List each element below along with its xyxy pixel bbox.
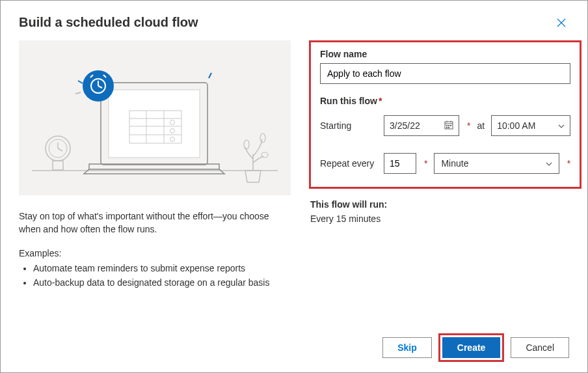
svg-point-25 bbox=[244, 140, 249, 149]
illustration bbox=[19, 40, 291, 195]
starting-label: Starting bbox=[320, 120, 377, 131]
create-highlight: Create bbox=[438, 333, 505, 362]
svg-line-18 bbox=[75, 92, 81, 94]
svg-line-17 bbox=[78, 81, 83, 83]
svg-point-27 bbox=[261, 152, 268, 158]
skip-button[interactable]: Skip bbox=[382, 337, 432, 358]
repeat-every-label: Repeat every bbox=[320, 158, 377, 169]
calendar-icon bbox=[444, 120, 453, 131]
list-item: Automate team reminders to submit expens… bbox=[33, 261, 291, 275]
dialog-description: Stay on top of what's important without … bbox=[19, 210, 291, 236]
svg-rect-35 bbox=[446, 127, 448, 128]
svg-point-26 bbox=[260, 133, 265, 143]
dialog-title: Build a scheduled cloud flow bbox=[19, 15, 198, 30]
list-item: Auto-backup data to designated storage o… bbox=[33, 275, 291, 290]
repeat-value-input[interactable] bbox=[384, 153, 416, 174]
svg-rect-3 bbox=[109, 90, 200, 158]
examples-label: Examples: bbox=[19, 248, 291, 258]
required-indicator: * bbox=[567, 158, 570, 169]
flow-name-input[interactable] bbox=[320, 63, 570, 84]
cancel-button[interactable]: Cancel bbox=[511, 337, 569, 358]
required-indicator: * bbox=[424, 158, 427, 169]
svg-rect-32 bbox=[446, 125, 448, 126]
close-icon bbox=[556, 18, 567, 31]
svg-rect-33 bbox=[448, 125, 449, 126]
run-this-flow-label: Run this flow* bbox=[320, 96, 570, 106]
close-button[interactable] bbox=[554, 15, 569, 33]
starting-time-input[interactable]: 10:00 AM bbox=[491, 115, 570, 136]
required-indicator: * bbox=[467, 120, 470, 131]
chevron-down-icon bbox=[558, 122, 565, 130]
chevron-down-icon bbox=[546, 160, 552, 167]
examples-list: Automate team reminders to submit expens… bbox=[19, 261, 291, 290]
svg-rect-34 bbox=[450, 125, 451, 126]
at-label: at bbox=[477, 120, 485, 131]
svg-rect-24 bbox=[53, 161, 63, 170]
required-indicator: * bbox=[379, 96, 382, 106]
create-button[interactable]: Create bbox=[442, 337, 501, 358]
form-highlight: Flow name Run this flow* Starting 3/25/2… bbox=[309, 40, 581, 189]
svg-line-23 bbox=[58, 148, 62, 151]
svg-rect-36 bbox=[448, 127, 449, 128]
flow-name-label: Flow name bbox=[320, 49, 570, 59]
starting-date-input[interactable]: 3/25/22 bbox=[384, 115, 459, 136]
summary-label: This flow will run: bbox=[310, 199, 581, 210]
svg-line-19 bbox=[209, 73, 211, 78]
repeat-unit-select[interactable]: Minute bbox=[434, 153, 559, 174]
summary-text: Every 15 minutes bbox=[310, 214, 581, 224]
